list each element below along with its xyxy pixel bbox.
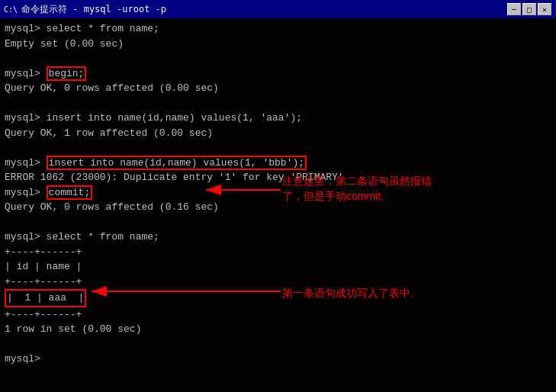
line-2: Empty set (0.00 sec) <box>5 37 551 52</box>
line-blank-2 <box>5 337 551 352</box>
line-6 <box>5 96 551 111</box>
table-border-bottom: +----+------+ <box>5 307 551 323</box>
table-header: | id | name | <box>5 259 551 275</box>
title-bar-icon: C:\ <box>5 3 17 15</box>
title-bar-buttons: ─ □ ✕ <box>507 3 551 15</box>
line-7: mysql> insert into name(id,name) values(… <box>5 111 551 126</box>
line-14 <box>5 215 551 230</box>
terminal: mysql> select * from name; Empty set (0.… <box>0 18 556 392</box>
title-bar-title: 命令提示符 - mysql -uroot -p <box>21 3 507 16</box>
line-4: mysql> begin; <box>5 66 551 82</box>
line-15: mysql> select * from name; <box>5 230 551 245</box>
table-row-1: | 1 | aaa | <box>5 289 551 307</box>
line-8: Query OK, 1 row affected (0.00 sec) <box>5 126 551 141</box>
line-12: mysql> commit; <box>5 185 551 201</box>
line-5: Query OK, 0 rows affected (0.00 sec) <box>5 81 551 96</box>
final-prompt: mysql> <box>5 352 551 367</box>
table-border-top: +----+------+ <box>5 245 551 260</box>
line-3 <box>5 51 551 66</box>
table-separator: +----+------+ <box>5 275 551 290</box>
row-count: 1 row in set (0.00 sec) <box>5 322 551 337</box>
close-button[interactable]: ✕ <box>538 3 551 15</box>
line-11: ERROR 1062 (23000): Duplicate entry '1' … <box>5 170 551 185</box>
title-bar: C:\ 命令提示符 - mysql -uroot -p ─ □ ✕ <box>0 0 556 18</box>
line-1: mysql> select * from name; <box>5 21 551 37</box>
maximize-button[interactable]: □ <box>522 3 536 15</box>
minimize-button[interactable]: ─ <box>507 3 521 15</box>
line-9 <box>5 140 551 156</box>
line-10: mysql> insert into name(id,name) values(… <box>5 156 551 171</box>
line-13: Query OK, 0 rows affected (0.16 sec) <box>5 200 551 215</box>
